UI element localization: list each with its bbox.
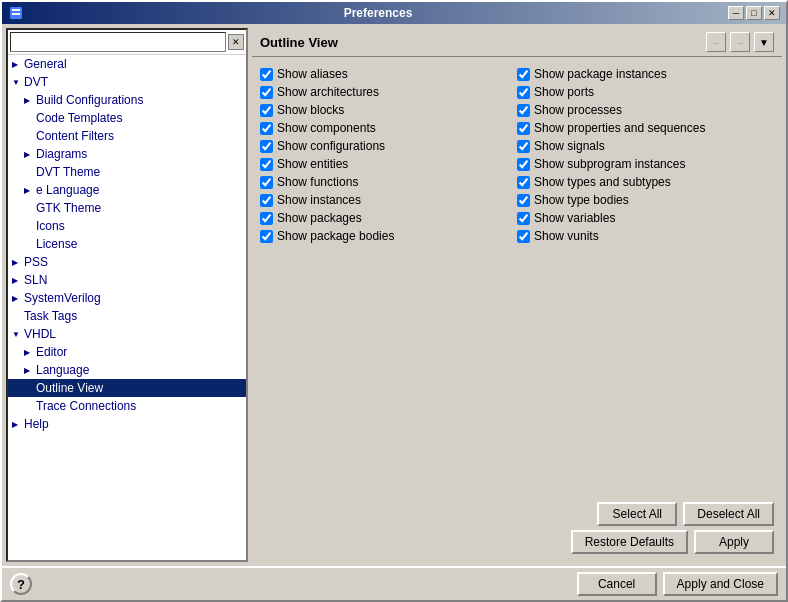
checkbox-show-ports[interactable]	[517, 86, 530, 99]
tree-item-gtk-theme[interactable]: GTK Theme	[8, 199, 246, 217]
checkbox-label-show-types-subtypes: Show types and subtypes	[534, 175, 671, 189]
bottom-buttons: Select All Deselect All Restore Defaults…	[252, 498, 782, 562]
tree-item-license[interactable]: License	[8, 235, 246, 253]
checkbox-show-components[interactable]	[260, 122, 273, 135]
tree-item-content-filters[interactable]: Content Filters	[8, 127, 246, 145]
window-icon	[8, 5, 24, 21]
minimize-button[interactable]: ─	[728, 6, 744, 20]
titlebar: Preferences ─ □ ✕	[2, 2, 786, 24]
help-button[interactable]: ?	[10, 573, 32, 595]
checkbox-show-entities[interactable]	[260, 158, 273, 171]
checkbox-show-signals[interactable]	[517, 140, 530, 153]
apply-and-close-button[interactable]: Apply and Close	[663, 572, 778, 596]
tree-item-help[interactable]: ▶Help	[8, 415, 246, 433]
tree-label-pss: PSS	[24, 255, 48, 269]
cancel-button[interactable]: Cancel	[577, 572, 657, 596]
maximize-button[interactable]: □	[746, 6, 762, 20]
restore-defaults-button[interactable]: Restore Defaults	[571, 530, 688, 554]
tree-area: ▶General▼DVT▶Build ConfigurationsCode Te…	[8, 55, 246, 560]
nav-back-button[interactable]: ←	[706, 32, 726, 52]
tree-item-language[interactable]: ▶Language	[8, 361, 246, 379]
apply-button[interactable]: Apply	[694, 530, 774, 554]
tree-item-dvt-theme[interactable]: DVT Theme	[8, 163, 246, 181]
checkbox-show-package-instances[interactable]	[517, 68, 530, 81]
deselect-all-button[interactable]: Deselect All	[683, 502, 774, 526]
tree-item-e-language[interactable]: ▶e Language	[8, 181, 246, 199]
tree-item-diagrams[interactable]: ▶Diagrams	[8, 145, 246, 163]
tree-item-dvt[interactable]: ▼DVT	[8, 73, 246, 91]
tree-item-editor[interactable]: ▶Editor	[8, 343, 246, 361]
checkbox-label-show-aliases: Show aliases	[277, 67, 348, 81]
tree-item-pss[interactable]: ▶PSS	[8, 253, 246, 271]
tree-item-icons[interactable]: Icons	[8, 217, 246, 235]
tree-arrow-help: ▶	[12, 420, 24, 429]
checkbox-label-show-package-instances: Show package instances	[534, 67, 667, 81]
tree-arrow-pss: ▶	[12, 258, 24, 267]
tree-label-language: Language	[36, 363, 89, 377]
checkbox-label-show-packages: Show packages	[277, 211, 362, 225]
tree-label-build-configurations: Build Configurations	[36, 93, 143, 107]
select-all-button[interactable]: Select All	[597, 502, 677, 526]
checkbox-show-instances[interactable]	[260, 194, 273, 207]
checkbox-show-properties-sequences[interactable]	[517, 122, 530, 135]
checkbox-row-show-components: Show components	[260, 119, 517, 137]
right-panel: Outline View ← → ▼ Show aliasesShow pack…	[252, 28, 782, 562]
checkbox-show-subprogram-instances[interactable]	[517, 158, 530, 171]
checkbox-label-show-configurations: Show configurations	[277, 139, 385, 153]
tree-arrow-vhdl: ▼	[12, 330, 24, 339]
nav-dropdown-button[interactable]: ▼	[754, 32, 774, 52]
checkbox-show-functions[interactable]	[260, 176, 273, 189]
checkbox-row-show-functions: Show functions	[260, 173, 517, 191]
tree-label-code-templates: Code Templates	[36, 111, 123, 125]
checkbox-show-aliases[interactable]	[260, 68, 273, 81]
tree-item-sln[interactable]: ▶SLN	[8, 271, 246, 289]
tree-item-vhdl[interactable]: ▼VHDL	[8, 325, 246, 343]
tree-item-systemverilog[interactable]: ▶SystemVerilog	[8, 289, 246, 307]
window-title: Preferences	[28, 6, 728, 20]
tree-label-dvt-theme: DVT Theme	[36, 165, 100, 179]
checkbox-label-show-variables: Show variables	[534, 211, 615, 225]
tree-item-build-configurations[interactable]: ▶Build Configurations	[8, 91, 246, 109]
tree-label-general: General	[24, 57, 67, 71]
tree-item-outline-view[interactable]: Outline View	[8, 379, 246, 397]
svg-rect-1	[12, 9, 20, 11]
tree-label-sln: SLN	[24, 273, 47, 287]
nav-buttons: ← → ▼	[706, 32, 774, 52]
close-button[interactable]: ✕	[764, 6, 780, 20]
checkbox-row-show-instances: Show instances	[260, 191, 517, 209]
search-clear-button[interactable]: ✕	[228, 34, 244, 50]
checkbox-show-type-bodies[interactable]	[517, 194, 530, 207]
checkbox-show-configurations[interactable]	[260, 140, 273, 153]
tree-item-task-tags[interactable]: Task Tags	[8, 307, 246, 325]
checkbox-show-packages[interactable]	[260, 212, 273, 225]
checkbox-show-blocks[interactable]	[260, 104, 273, 117]
checkbox-row-show-types-subtypes: Show types and subtypes	[517, 173, 774, 191]
tree-item-trace-connections[interactable]: Trace Connections	[8, 397, 246, 415]
search-input[interactable]	[10, 32, 226, 52]
checkboxes-area: Show aliasesShow package instancesShow a…	[252, 61, 782, 498]
checkbox-label-show-entities: Show entities	[277, 157, 348, 171]
tree-label-content-filters: Content Filters	[36, 129, 114, 143]
checkbox-label-show-processes: Show processes	[534, 103, 622, 117]
checkbox-show-variables[interactable]	[517, 212, 530, 225]
checkbox-label-show-subprogram-instances: Show subprogram instances	[534, 157, 685, 171]
restore-apply-row: Restore Defaults Apply	[571, 530, 774, 554]
tree-label-trace-connections: Trace Connections	[36, 399, 136, 413]
tree-item-code-templates[interactable]: Code Templates	[8, 109, 246, 127]
tree-arrow-build-configurations: ▶	[24, 96, 36, 105]
checkbox-label-show-instances: Show instances	[277, 193, 361, 207]
checkbox-show-processes[interactable]	[517, 104, 530, 117]
tree-arrow-diagrams: ▶	[24, 150, 36, 159]
checkbox-show-package-bodies[interactable]	[260, 230, 273, 243]
tree-label-e-language: e Language	[36, 183, 99, 197]
right-panel-title: Outline View	[260, 35, 338, 50]
checkbox-row-show-entities: Show entities	[260, 155, 517, 173]
checkbox-label-show-blocks: Show blocks	[277, 103, 344, 117]
checkbox-show-types-subtypes[interactable]	[517, 176, 530, 189]
checkbox-show-vunits[interactable]	[517, 230, 530, 243]
checkbox-show-architectures[interactable]	[260, 86, 273, 99]
nav-fwd-button[interactable]: →	[730, 32, 750, 52]
checkbox-label-show-architectures: Show architectures	[277, 85, 379, 99]
select-row: Select All Deselect All	[597, 502, 774, 526]
tree-item-general[interactable]: ▶General	[8, 55, 246, 73]
